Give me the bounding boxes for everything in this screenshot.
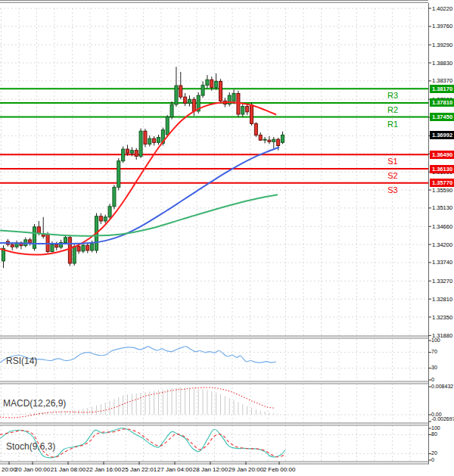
candle-body [126, 149, 129, 153]
candle-body [263, 139, 266, 140]
candle-body [144, 131, 147, 144]
candle-body [99, 216, 102, 221]
candle-body [153, 138, 156, 142]
candle-body [64, 238, 67, 243]
stoch-k-line [0, 428, 285, 458]
candle-body [148, 138, 151, 144]
candle-body [113, 187, 116, 206]
candle-body [281, 135, 284, 142]
chart-canvas[interactable] [0, 0, 454, 476]
candle-body [170, 104, 173, 117]
candle-body [68, 238, 71, 263]
candle-body [254, 123, 257, 135]
candle-body [259, 135, 262, 140]
candle-body [82, 245, 85, 251]
candle-body [232, 93, 235, 101]
candle-body [206, 79, 209, 85]
candle-body [51, 244, 54, 251]
ma-mid-blue-line [0, 148, 279, 244]
candle-body [91, 244, 94, 250]
candle-body [157, 138, 160, 143]
candle-body [33, 227, 36, 249]
candle-body [37, 227, 40, 234]
candle-body [175, 86, 178, 104]
candle-body [188, 99, 191, 103]
candle-body [29, 240, 32, 243]
candle-body [215, 81, 218, 87]
macd-signal-line [0, 387, 275, 418]
candle-body [135, 151, 138, 157]
candle-body [272, 139, 275, 142]
candle-body [210, 79, 213, 87]
candle-body [104, 217, 107, 221]
candle-body [192, 99, 195, 111]
candle-body [117, 161, 120, 188]
rsi-line [0, 347, 276, 362]
candle-body [108, 207, 111, 217]
candle-body [73, 247, 76, 263]
candle-body [86, 245, 89, 250]
candle-body [241, 107, 244, 114]
candle-body [179, 86, 182, 97]
candle-body [250, 105, 253, 124]
candle-body [55, 244, 58, 247]
ma-slow-green-line [0, 194, 278, 235]
candle-body [46, 235, 49, 252]
candle-body [11, 244, 14, 247]
forex-analysis-chart: 1.402201.397601.392901.388301.383701.379… [0, 0, 454, 476]
candle-body [201, 86, 204, 95]
candle-body [77, 247, 80, 251]
stoch-d-line [0, 429, 285, 457]
candle-body [246, 107, 249, 112]
candle-body [237, 93, 240, 114]
candle-body [130, 151, 133, 154]
candle-body [277, 139, 280, 145]
candle-body [268, 140, 271, 142]
candle-body [139, 131, 142, 156]
candle-body [166, 117, 169, 135]
candle-body [122, 149, 125, 161]
candle-body [219, 81, 222, 101]
candle-body [184, 97, 187, 103]
